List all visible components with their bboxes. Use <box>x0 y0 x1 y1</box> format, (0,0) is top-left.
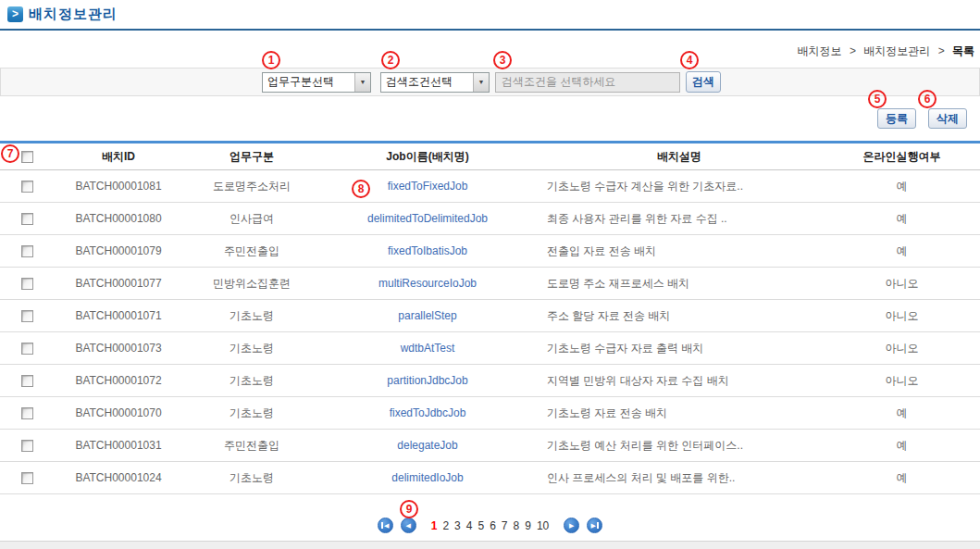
job-name-link[interactable]: wdtbAtTest <box>401 342 455 355</box>
row-checkbox[interactable] <box>21 407 33 419</box>
annotation-circle-8: 8 <box>352 180 370 198</box>
header-category: 업무구분 <box>183 143 320 170</box>
page-number-1[interactable]: 1 <box>431 519 438 532</box>
delete-button[interactable]: 삭제 <box>928 108 967 129</box>
description-cell: 지역별 민방위 대상자 자료 수집 배치 <box>535 365 824 397</box>
page-number-3[interactable]: 3 <box>454 519 461 532</box>
job-name-link[interactable]: delimitedToDelimitedJob <box>367 212 488 225</box>
register-button[interactable]: 등록 <box>877 108 916 129</box>
page-number-2[interactable]: 2 <box>442 519 449 532</box>
table-row: BATCH00001070 기초노령 fixedToJdbcJob 기초노령 자… <box>0 397 980 430</box>
page-number-9[interactable]: 9 <box>525 519 531 532</box>
description-cell: 최종 사용자 관리를 위한 자료 수집 .. <box>535 203 824 235</box>
next-page-button[interactable]: ▶ <box>564 518 579 533</box>
business-type-select-value: 업무구분선택 <box>263 74 354 90</box>
page-number-7[interactable]: 7 <box>502 519 508 532</box>
batch-info-page: > 배치정보관리 배치정보 > 배치정보관리 > 목록 업무구분선택 ▼ 검색조… <box>0 0 980 549</box>
job-name-cell: fixedToJdbcJob <box>320 397 535 430</box>
search-panel: 업무구분선택 ▼ 검색조건선택 ▼ 검색 <box>0 68 980 96</box>
online-exec-cell: 아니오 <box>824 365 980 397</box>
category-cell: 기초노령 <box>183 462 320 494</box>
row-checkbox[interactable] <box>21 278 33 290</box>
category-cell: 기초노령 <box>183 300 320 332</box>
first-page-button[interactable]: ◀ <box>378 518 393 533</box>
page-number-10[interactable]: 10 <box>537 519 549 532</box>
job-name-cell: delimitedIoJob <box>320 462 535 494</box>
select-all-checkbox[interactable] <box>21 151 33 163</box>
breadcrumb-item: 배치정보관리 <box>863 44 930 57</box>
online-exec-cell: 예 <box>824 462 980 494</box>
job-name-link[interactable]: delegateJob <box>397 439 457 452</box>
batch-id-cell: BATCH00001077 <box>54 268 183 300</box>
row-checkbox[interactable] <box>21 440 33 452</box>
header-job-name: Job이름(배치명) <box>320 143 535 170</box>
description-cell: 기초노령 예산 처리를 위한 인터페이스.. <box>535 430 824 462</box>
job-name-link[interactable]: partitionJdbcJob <box>387 374 467 387</box>
next-page-icon: ▶ <box>569 522 574 529</box>
breadcrumb-separator: > <box>850 44 856 57</box>
search-keyword-input[interactable] <box>495 72 680 93</box>
row-checkbox[interactable] <box>21 343 33 355</box>
online-exec-cell: 아니오 <box>824 268 980 300</box>
row-checkbox[interactable] <box>21 181 33 193</box>
business-type-select[interactable]: 업무구분선택 ▼ <box>262 72 371 93</box>
job-name-link[interactable]: delimitedIoJob <box>391 471 463 484</box>
description-cell: 인사 프로세스의 처리 및 배포를 위한.. <box>535 462 824 494</box>
checkbox-cell <box>0 462 54 494</box>
row-checkbox[interactable] <box>21 375 33 387</box>
batch-id-cell: BATCH00001024 <box>54 462 183 494</box>
table-body: BATCH00001081 도로명주소처리 fixedToFixedJob 기초… <box>0 170 980 494</box>
batch-id-cell: BATCH00001073 <box>54 332 183 365</box>
breadcrumb: 배치정보 > 배치정보관리 > 목록 <box>798 44 974 59</box>
title-arrow-icon: > <box>7 6 23 22</box>
batch-id-cell: BATCH00001080 <box>54 203 183 235</box>
prev-page-icon: ◀ <box>406 522 411 529</box>
header-batch-id: 배치ID <box>54 143 183 170</box>
job-name-cell: delegateJob <box>320 430 535 462</box>
job-name-link[interactable]: fixedToIbatisJob <box>388 244 467 257</box>
table-row: BATCH00001072 기초노령 partitionJdbcJob 지역별 … <box>0 365 980 397</box>
breadcrumb-item: 배치정보 <box>798 44 842 57</box>
category-cell: 도로명주소처리 <box>183 170 320 203</box>
row-checkbox[interactable] <box>21 310 33 322</box>
annotation-circle-3: 3 <box>493 51 512 69</box>
row-checkbox[interactable] <box>21 213 33 225</box>
search-condition-select[interactable]: 검색조건선택 ▼ <box>380 72 490 93</box>
annotation-circle-5: 5 <box>868 90 887 108</box>
category-cell: 인사급여 <box>183 203 320 235</box>
job-name-cell: partitionJdbcJob <box>320 365 535 397</box>
table-row: BATCH00001073 기초노령 wdtbAtTest 기초노령 수급자 자… <box>0 332 980 365</box>
page-number-6[interactable]: 6 <box>490 519 496 532</box>
search-button[interactable]: 검색 <box>686 71 721 93</box>
checkbox-cell <box>0 332 54 365</box>
job-name-link[interactable]: parallelStep <box>398 309 456 322</box>
first-page-icon <box>381 522 383 529</box>
page-number-8[interactable]: 8 <box>514 519 520 532</box>
row-checkbox[interactable] <box>21 245 33 257</box>
page-title: 배치정보관리 <box>29 6 118 23</box>
prev-page-button[interactable]: ◀ <box>401 518 416 533</box>
table-row: BATCH00001077 민방위소집훈련 multiResourceIoJob… <box>0 268 980 300</box>
first-page-arrow-icon: ◀ <box>384 522 389 529</box>
table-row: BATCH00001071 기초노령 parallelStep 주소 할당 자료… <box>0 300 980 332</box>
job-name-link[interactable]: fixedToFixedJob <box>388 180 468 193</box>
job-name-cell: fixedToIbatisJob <box>320 235 535 268</box>
online-exec-cell: 예 <box>824 170 980 203</box>
last-page-icon <box>597 522 599 529</box>
job-name-cell: multiResourceIoJob <box>320 268 535 300</box>
breadcrumb-separator: > <box>938 44 945 57</box>
job-name-link[interactable]: multiResourceIoJob <box>378 277 477 290</box>
chevron-down-icon[interactable]: ▼ <box>473 73 489 92</box>
checkbox-cell <box>0 397 54 430</box>
online-exec-cell: 예 <box>824 203 980 235</box>
page-number-5[interactable]: 5 <box>478 519 484 532</box>
job-name-link[interactable]: fixedToJdbcJob <box>390 406 466 419</box>
page-number-4[interactable]: 4 <box>466 519 473 532</box>
category-cell: 민방위소집훈련 <box>183 268 320 300</box>
batch-id-cell: BATCH00001072 <box>54 365 183 397</box>
batch-id-cell: BATCH00001071 <box>54 300 183 332</box>
batch-id-cell: BATCH00001081 <box>54 170 183 203</box>
last-page-button[interactable]: ▶ <box>587 518 602 533</box>
row-checkbox[interactable] <box>21 472 33 484</box>
chevron-down-icon[interactable]: ▼ <box>354 73 370 92</box>
